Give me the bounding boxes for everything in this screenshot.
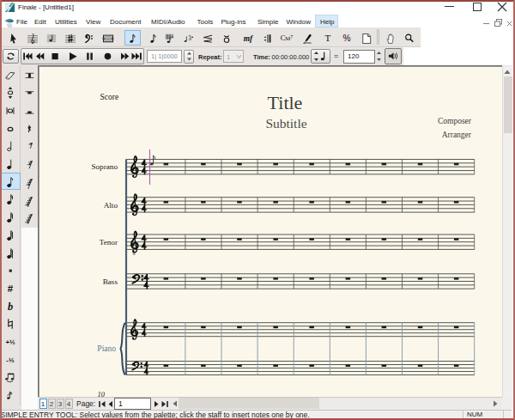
svg-text:Bass: Bass: [102, 277, 118, 285]
svg-text:Arranger: Arranger: [441, 131, 471, 139]
svg-text:Composer: Composer: [437, 117, 471, 125]
svg-text:Subtitle: Subtitle: [265, 116, 306, 131]
svg-text:3: 3: [188, 35, 191, 42]
svg-text:Soprano: Soprano: [91, 162, 118, 171]
svg-text:8: 8: [132, 250, 135, 255]
svg-text:Alto: Alto: [103, 200, 118, 209]
svg-text:Tenor: Tenor: [99, 237, 117, 246]
svg-text:Score: Score: [100, 93, 118, 101]
svg-text:Piano: Piano: [97, 344, 116, 353]
svg-text:Title: Title: [267, 91, 302, 113]
